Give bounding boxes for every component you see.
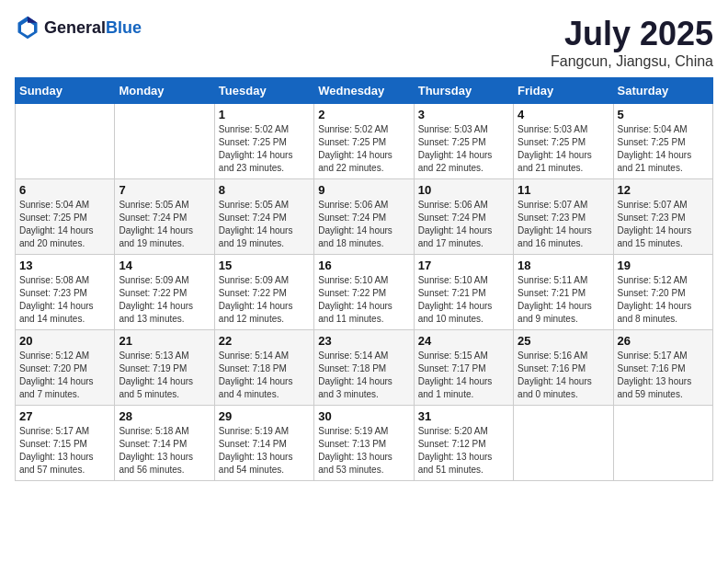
day-detail: Sunrise: 5:14 AM Sunset: 7:18 PM Dayligh…: [219, 350, 310, 401]
calendar-cell: 3Sunrise: 5:03 AM Sunset: 7:25 PM Daylig…: [414, 104, 513, 179]
day-number: 11: [518, 183, 609, 197]
calendar-cell: 1Sunrise: 5:02 AM Sunset: 7:25 PM Daylig…: [214, 104, 313, 179]
calendar-cell: [115, 104, 214, 179]
weekday-header: Tuesday: [214, 78, 313, 104]
day-number: 2: [318, 108, 409, 121]
calendar-cell: 19Sunrise: 5:12 AM Sunset: 7:20 PM Dayli…: [613, 255, 712, 330]
day-number: 18: [518, 259, 609, 272]
weekday-header: Sunday: [16, 78, 115, 104]
day-number: 1: [219, 108, 310, 121]
logo-blue: Blue: [106, 18, 142, 37]
weekday-header: Wednesday: [314, 78, 414, 104]
day-detail: Sunrise: 5:03 AM Sunset: 7:25 PM Dayligh…: [518, 123, 609, 175]
day-detail: Sunrise: 5:07 AM Sunset: 7:23 PM Dayligh…: [618, 199, 709, 250]
day-detail: Sunrise: 5:05 AM Sunset: 7:24 PM Dayligh…: [219, 199, 310, 250]
calendar-cell: [613, 406, 712, 481]
day-detail: Sunrise: 5:11 AM Sunset: 7:21 PM Dayligh…: [518, 274, 609, 326]
calendar-cell: 29Sunrise: 5:19 AM Sunset: 7:14 PM Dayli…: [214, 406, 313, 481]
day-detail: Sunrise: 5:06 AM Sunset: 7:24 PM Dayligh…: [418, 199, 509, 250]
calendar-cell: 4Sunrise: 5:03 AM Sunset: 7:25 PM Daylig…: [514, 104, 613, 179]
month-title: July 2025: [551, 15, 713, 53]
calendar-cell: 16Sunrise: 5:10 AM Sunset: 7:22 PM Dayli…: [314, 255, 414, 330]
calendar-cell: [16, 104, 115, 179]
day-number: 14: [119, 259, 210, 272]
calendar-cell: 13Sunrise: 5:08 AM Sunset: 7:23 PM Dayli…: [16, 255, 115, 330]
day-detail: Sunrise: 5:20 AM Sunset: 7:12 PM Dayligh…: [418, 425, 509, 477]
svg-marker-2: [28, 17, 38, 23]
calendar-cell: 12Sunrise: 5:07 AM Sunset: 7:23 PM Dayli…: [613, 179, 712, 255]
day-detail: Sunrise: 5:09 AM Sunset: 7:22 PM Dayligh…: [119, 274, 210, 326]
day-detail: Sunrise: 5:05 AM Sunset: 7:24 PM Dayligh…: [119, 199, 210, 250]
day-number: 4: [518, 108, 609, 121]
calendar-cell: 11Sunrise: 5:07 AM Sunset: 7:23 PM Dayli…: [514, 179, 613, 255]
weekday-header: Monday: [115, 78, 214, 104]
day-detail: Sunrise: 5:17 AM Sunset: 7:15 PM Dayligh…: [19, 425, 110, 477]
day-number: 23: [318, 334, 409, 348]
calendar-cell: 17Sunrise: 5:10 AM Sunset: 7:21 PM Dayli…: [414, 255, 513, 330]
day-detail: Sunrise: 5:06 AM Sunset: 7:24 PM Dayligh…: [318, 199, 409, 250]
location-title: Fangcun, Jiangsu, China: [551, 53, 713, 70]
calendar-cell: 9Sunrise: 5:06 AM Sunset: 7:24 PM Daylig…: [314, 179, 414, 255]
calendar-cell: 18Sunrise: 5:11 AM Sunset: 7:21 PM Dayli…: [514, 255, 613, 330]
day-detail: Sunrise: 5:19 AM Sunset: 7:14 PM Dayligh…: [219, 425, 310, 477]
day-number: 22: [219, 334, 310, 348]
calendar-week-row: 20Sunrise: 5:12 AM Sunset: 7:20 PM Dayli…: [16, 330, 713, 406]
day-detail: Sunrise: 5:04 AM Sunset: 7:25 PM Dayligh…: [19, 199, 110, 250]
day-number: 10: [418, 183, 509, 197]
logo-icon: [15, 15, 40, 40]
day-detail: Sunrise: 5:12 AM Sunset: 7:20 PM Dayligh…: [19, 350, 110, 401]
day-detail: Sunrise: 5:02 AM Sunset: 7:25 PM Dayligh…: [318, 123, 409, 175]
calendar-cell: 25Sunrise: 5:16 AM Sunset: 7:16 PM Dayli…: [514, 330, 613, 406]
calendar-week-row: 1Sunrise: 5:02 AM Sunset: 7:25 PM Daylig…: [16, 104, 713, 179]
weekday-header-row: SundayMondayTuesdayWednesdayThursdayFrid…: [16, 78, 713, 104]
weekday-header: Friday: [514, 78, 613, 104]
weekday-header: Saturday: [613, 78, 712, 104]
calendar-cell: 31Sunrise: 5:20 AM Sunset: 7:12 PM Dayli…: [414, 406, 513, 481]
day-number: 30: [318, 409, 409, 423]
calendar-week-row: 6Sunrise: 5:04 AM Sunset: 7:25 PM Daylig…: [16, 179, 713, 255]
day-number: 12: [618, 183, 709, 197]
calendar-cell: 23Sunrise: 5:14 AM Sunset: 7:18 PM Dayli…: [314, 330, 414, 406]
logo-general: General: [44, 18, 106, 37]
day-number: 17: [418, 259, 509, 272]
day-detail: Sunrise: 5:09 AM Sunset: 7:22 PM Dayligh…: [219, 274, 310, 326]
day-number: 21: [119, 334, 210, 348]
day-number: 19: [618, 259, 709, 272]
day-number: 8: [219, 183, 310, 197]
calendar-cell: 30Sunrise: 5:19 AM Sunset: 7:13 PM Dayli…: [314, 406, 414, 481]
day-detail: Sunrise: 5:16 AM Sunset: 7:16 PM Dayligh…: [518, 350, 609, 401]
calendar-cell: 26Sunrise: 5:17 AM Sunset: 7:16 PM Dayli…: [613, 330, 712, 406]
day-detail: Sunrise: 5:12 AM Sunset: 7:20 PM Dayligh…: [618, 274, 709, 326]
day-number: 6: [19, 183, 110, 197]
calendar-cell: 20Sunrise: 5:12 AM Sunset: 7:20 PM Dayli…: [16, 330, 115, 406]
day-detail: Sunrise: 5:18 AM Sunset: 7:14 PM Dayligh…: [119, 425, 210, 477]
calendar-cell: 24Sunrise: 5:15 AM Sunset: 7:17 PM Dayli…: [414, 330, 513, 406]
calendar-cell: 15Sunrise: 5:09 AM Sunset: 7:22 PM Dayli…: [214, 255, 313, 330]
day-detail: Sunrise: 5:04 AM Sunset: 7:25 PM Dayligh…: [618, 123, 709, 175]
day-number: 16: [318, 259, 409, 272]
day-detail: Sunrise: 5:14 AM Sunset: 7:18 PM Dayligh…: [318, 350, 409, 401]
calendar-cell: [514, 406, 613, 481]
day-detail: Sunrise: 5:15 AM Sunset: 7:17 PM Dayligh…: [418, 350, 509, 401]
calendar-cell: 22Sunrise: 5:14 AM Sunset: 7:18 PM Dayli…: [214, 330, 313, 406]
calendar-cell: 5Sunrise: 5:04 AM Sunset: 7:25 PM Daylig…: [613, 104, 712, 179]
calendar-cell: 8Sunrise: 5:05 AM Sunset: 7:24 PM Daylig…: [214, 179, 313, 255]
day-number: 28: [119, 409, 210, 423]
day-number: 31: [418, 409, 509, 423]
calendar-table: SundayMondayTuesdayWednesdayThursdayFrid…: [15, 77, 713, 481]
day-detail: Sunrise: 5:08 AM Sunset: 7:23 PM Dayligh…: [19, 274, 110, 326]
day-detail: Sunrise: 5:10 AM Sunset: 7:21 PM Dayligh…: [418, 274, 509, 326]
day-number: 13: [19, 259, 110, 272]
day-number: 5: [618, 108, 709, 121]
day-number: 3: [418, 108, 509, 121]
day-number: 9: [318, 183, 409, 197]
day-detail: Sunrise: 5:19 AM Sunset: 7:13 PM Dayligh…: [318, 425, 409, 477]
day-number: 29: [219, 409, 310, 423]
calendar-cell: 7Sunrise: 5:05 AM Sunset: 7:24 PM Daylig…: [115, 179, 214, 255]
day-number: 7: [119, 183, 210, 197]
calendar-cell: 27Sunrise: 5:17 AM Sunset: 7:15 PM Dayli…: [16, 406, 115, 481]
day-number: 27: [19, 409, 110, 423]
day-number: 26: [618, 334, 709, 348]
title-block: July 2025 Fangcun, Jiangsu, China: [551, 15, 713, 70]
calendar-week-row: 27Sunrise: 5:17 AM Sunset: 7:15 PM Dayli…: [16, 406, 713, 481]
